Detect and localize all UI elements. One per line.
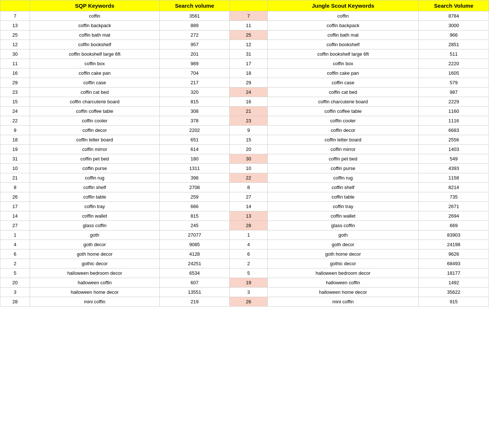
table-row: 13 coffin backpack 889 11 coffin backpac… [0,21,489,30]
rank-mid-cell: 21 [230,107,267,116]
table-row: 18 coffin letter board 651 15 coffin let… [0,135,489,145]
keyword-left-cell: gothic decor [30,259,160,269]
keyword-left-cell: mini coffin [30,297,160,307]
table-row: 19 coffin mirror 614 20 coffin mirror 14… [0,145,489,154]
rank-mid-cell: 11 [230,21,267,30]
rank-mid-cell: 25 [230,30,267,40]
header-search-volume-right: Search Volume [419,0,489,11]
volume-left-cell: 704 [159,69,230,78]
rank-mid-cell: 9 [230,126,267,135]
volume-right-cell: 987 [419,88,489,97]
keyword-right-cell: coffin cat bed [267,88,419,97]
keyword-right-cell: coffin cake pan [267,69,419,78]
volume-right-cell: 4393 [419,164,489,173]
rank-left-cell: 22 [0,116,30,126]
table-row: 8 coffin shelf 2708 8 coffin shelf 8214 [0,183,489,192]
rank-mid-cell: 5 [230,269,267,278]
keyword-right-cell: coffin purse [267,164,419,173]
rank-mid-cell: 24 [230,88,267,97]
table-row: 15 coffin charcuterie board 815 16 coffi… [0,97,489,107]
volume-left-cell: 957 [159,40,230,49]
rank-mid-cell: 1 [230,230,267,240]
volume-right-cell: 24198 [419,240,489,249]
rank-left-cell: 15 [0,97,30,107]
table-row: 17 coffin tray 666 14 coffin tray 2671 [0,202,489,211]
keyword-right-cell: coffin case [267,78,419,88]
volume-left-cell: 378 [159,116,230,126]
volume-left-cell: 180 [159,154,230,164]
header-row: SQP Keywords Search volume Jungle Scout … [0,0,489,11]
table-row: 20 halloween coffin 607 19 halloween cof… [0,278,489,288]
keyword-left-cell: coffin wallet [30,211,160,221]
keyword-right-cell: goth home decor [267,249,419,259]
keyword-left-cell: coffin purse [30,164,160,173]
rank-mid-cell: 29 [230,78,267,88]
volume-right-cell: 2556 [419,135,489,145]
keyword-left-cell: coffin rug [30,173,160,183]
rank-mid-cell: 26 [230,297,267,307]
keyword-left-cell: coffin cooler [30,116,160,126]
rank-left-cell: 2 [0,259,30,269]
rank-mid-cell: 22 [230,173,267,183]
keyword-right-cell: gothic decor [267,259,419,269]
table-row: 6 goth home decor 4128 6 goth home decor… [0,249,489,259]
volume-left-cell: 614 [159,145,230,154]
rank-left-cell: 19 [0,145,30,154]
keyword-right-cell: coffin shelf [267,183,419,192]
volume-right-cell: 8214 [419,183,489,192]
rank-mid-cell: 20 [230,145,267,154]
volume-left-cell: 13551 [159,288,230,297]
volume-left-cell: 219 [159,297,230,307]
keyword-right-cell: coffin box [267,59,419,69]
keyword-left-cell: coffin charcuterie board [30,97,160,107]
volume-right-cell: 1158 [419,173,489,183]
rank-left-cell: 10 [0,164,30,173]
volume-left-cell: 245 [159,221,230,230]
rank-left-cell: 18 [0,135,30,145]
keyword-right-cell: coffin bath mat [267,30,419,40]
data-table: SQP Keywords Search volume Jungle Scout … [0,0,489,307]
rank-mid-cell: 28 [230,221,267,230]
rank-mid-cell: 8 [230,183,267,192]
keyword-right-cell: coffin bookshelf large 6ft [267,49,419,59]
volume-right-cell: 2671 [419,202,489,211]
volume-right-cell: 6683 [419,126,489,135]
keyword-left-cell: glass coffin [30,221,160,230]
volume-right-cell: 1116 [419,116,489,126]
volume-right-cell: 35622 [419,288,489,297]
keyword-left-cell: coffin table [30,192,160,202]
table-row: 22 coffin cooler 378 23 coffin cooler 11… [0,116,489,126]
volume-left-cell: 666 [159,202,230,211]
volume-right-cell: 2229 [419,97,489,107]
table-row: 16 coffin cake pan 704 18 coffin cake pa… [0,69,489,78]
volume-right-cell: 3000 [419,21,489,30]
volume-left-cell: 889 [159,21,230,30]
keyword-right-cell: coffin pet bed [267,154,419,164]
rank-left-cell: 3 [0,288,30,297]
rank-left-cell: 14 [0,211,30,221]
volume-right-cell: 8784 [419,11,489,21]
rank-left-cell: 24 [0,107,30,116]
rank-mid-cell: 17 [230,59,267,69]
rank-mid-cell: 15 [230,135,267,145]
volume-left-cell: 4128 [159,249,230,259]
rank-mid-cell: 31 [230,49,267,59]
rank-left-cell: 5 [0,269,30,278]
table-row: 9 coffin decor 2202 9 coffin decor 6683 [0,126,489,135]
volume-right-cell: 966 [419,30,489,40]
table-row: 28 mini coffin 219 26 mini coffin 915 [0,297,489,307]
table-row: 23 coffin cat bed 320 24 coffin cat bed … [0,88,489,97]
table-row: 7 coffin 3561 7 coffin 8784 [0,11,489,21]
volume-right-cell: 83903 [419,230,489,240]
volume-left-cell: 9085 [159,240,230,249]
rank-mid-cell: 6 [230,249,267,259]
table-row: 31 coffin pet bed 180 30 coffin pet bed … [0,154,489,164]
rank-mid-cell: 30 [230,154,267,164]
volume-left-cell: 815 [159,211,230,221]
keyword-right-cell: coffin [267,11,419,21]
rank-left-cell: 30 [0,49,30,59]
keyword-left-cell: coffin tray [30,202,160,211]
rank-mid-cell: 10 [230,164,267,173]
rank-mid-cell: 23 [230,116,267,126]
keyword-right-cell: coffin cooler [267,116,419,126]
